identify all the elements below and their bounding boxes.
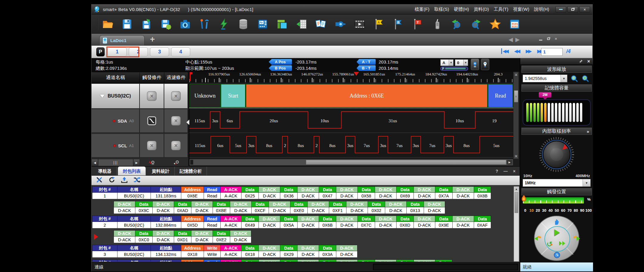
- packet-row[interactable]: 封包 #名稱起始點AddressReadA-ACKDataD-ACKDataD-…: [92, 216, 513, 228]
- sample-rate-select[interactable]: 1MHz▼: [523, 179, 591, 187]
- save-settings-icon[interactable]: [160, 18, 171, 30]
- packet-cell[interactable]: BUS0(I2C): [117, 193, 151, 199]
- packet-cell[interactable]: D-ACK: [258, 222, 280, 228]
- export-data-icon[interactable]: [296, 18, 307, 30]
- decode-block[interactable]: Address : 0X6E: [246, 84, 488, 108]
- menu-item[interactable]: 檔案(F): [413, 6, 431, 13]
- save-icon[interactable]: [121, 18, 133, 30]
- replay-icon[interactable]: ↺: [547, 240, 552, 248]
- packet-cell[interactable]: D-ACK: [424, 207, 445, 214]
- bottom-tab-2[interactable]: 資料統計: [147, 167, 175, 175]
- expand-triangle-icon[interactable]: [100, 95, 105, 98]
- save-as-icon[interactable]: [141, 18, 152, 30]
- scroll-right-button[interactable]: ▶: [507, 160, 512, 165]
- packet-cell[interactable]: D-ACK: [414, 193, 435, 199]
- packet-cell[interactable]: 2: [92, 222, 117, 228]
- close-panel-icon[interactable]: ×: [513, 169, 515, 174]
- bus-channel-row[interactable]: BUS0(I2C): [92, 84, 140, 108]
- packet-cell[interactable]: 0X6B: [319, 222, 336, 228]
- doc-minimize-button[interactable]: [539, 40, 542, 41]
- zoom-in-icon[interactable]: [570, 75, 578, 83]
- packet-cell[interactable]: 134.132ms: [151, 251, 181, 258]
- pin-a-button[interactable]: [471, 59, 479, 70]
- flag-t-icon[interactable]: T: [412, 18, 423, 30]
- fast-forward-icon[interactable]: [558, 241, 566, 246]
- b-pos-badge[interactable]: B Pos: [269, 65, 292, 71]
- cursor-select[interactable]: A▼: [440, 59, 453, 66]
- packet-cell[interactable]: D-ACK: [336, 251, 357, 258]
- packet-row[interactable]: 封包 #名稱起始點AddressWriteA-ACKDataD-ACKDataD…: [92, 245, 513, 258]
- screenshot-icon[interactable]: [179, 18, 191, 30]
- packet-cell[interactable]: D-ACK: [152, 237, 174, 243]
- sda-trigger-cell[interactable]: [140, 109, 164, 133]
- minimize-panel-icon[interactable]: —: [504, 169, 508, 174]
- scroll-left-button[interactable]: ◀: [92, 159, 98, 166]
- packet-cell[interactable]: 0X5A: [280, 222, 297, 228]
- packet-cell[interactable]: 0X02: [368, 207, 385, 214]
- packet-row[interactable]: D-ACKDataD-ACKDataD-ACKDataD-ACKD-ACK0XC…: [114, 230, 513, 243]
- packet-cell[interactable]: 0X69: [396, 193, 414, 199]
- sda-filter-cell[interactable]: ×: [164, 109, 188, 133]
- scl-filter-cell[interactable]: ×: [164, 134, 188, 158]
- packet-table[interactable]: 封包 #名稱起始點AddressReadA-ACKDataD-ACKDataD-…: [92, 186, 513, 262]
- packet-cell[interactable]: 0XC0: [135, 237, 152, 243]
- packet-cell[interactable]: A-ACK: [220, 193, 241, 199]
- help-icon[interactable]: ?: [496, 169, 498, 174]
- decode-block[interactable]: Start: [221, 84, 246, 108]
- delete-packets-icon[interactable]: [96, 176, 103, 185]
- packet-cell[interactable]: D-ACK: [375, 222, 396, 228]
- packet-cell[interactable]: D-ACK: [336, 193, 357, 199]
- bus-filter-cell[interactable]: ×: [164, 84, 188, 108]
- trigger-icon[interactable]: [218, 18, 230, 30]
- packet-cell[interactable]: Read: [204, 193, 220, 199]
- packet-cell[interactable]: Write: [204, 251, 220, 258]
- memory-meter[interactable]: 2M: [523, 92, 591, 127]
- decode-block[interactable]: Unknown: [189, 84, 221, 108]
- packet-cell[interactable]: D-ACK: [452, 222, 474, 228]
- packet-cell[interactable]: D-ACK: [191, 237, 213, 243]
- trigger-monitor-icon[interactable]: [140, 159, 164, 166]
- page-button-3[interactable]: 3: [150, 47, 169, 56]
- packet-cell[interactable]: D-ACK: [114, 237, 135, 243]
- filter-x-icon[interactable]: ×: [171, 116, 181, 126]
- filter-x-icon[interactable]: ×: [171, 141, 181, 150]
- packet-cell[interactable]: 3: [92, 251, 117, 258]
- packet-cell[interactable]: D-ACK: [297, 222, 319, 228]
- a-t-badge[interactable]: A - T: [357, 59, 376, 65]
- bookmark-icon[interactable]: [490, 18, 501, 30]
- menu-item[interactable]: 視窗(W): [511, 6, 531, 13]
- packet-cell[interactable]: 0X6E: [181, 193, 204, 199]
- menu-item[interactable]: 硬體(H): [452, 6, 471, 13]
- menu-item[interactable]: 資料(D): [472, 6, 491, 13]
- step-left-icon[interactable]: [534, 235, 542, 242]
- packet-cell[interactable]: A-ACK: [220, 222, 241, 228]
- packet-cell[interactable]: D-ACK: [269, 207, 290, 214]
- packet-cell[interactable]: D-ACK: [414, 222, 435, 228]
- packet-cell[interactable]: BUS0(I2C): [117, 251, 151, 258]
- page-button-2[interactable]: 2: [129, 47, 148, 56]
- packet-cell[interactable]: 0X9C: [135, 207, 152, 214]
- a-pos-badge[interactable]: A Pos: [269, 59, 292, 65]
- export-packets-icon[interactable]: [121, 176, 128, 185]
- clock-icon[interactable]: [553, 251, 561, 259]
- packet-cell[interactable]: 1: [92, 193, 117, 199]
- menu-item[interactable]: 說明(H): [532, 6, 551, 13]
- pin-b-button[interactable]: [481, 59, 489, 70]
- packet-cell[interactable]: 0X29: [280, 251, 297, 258]
- packet-cell[interactable]: 0X25: [241, 193, 258, 199]
- minimize-button[interactable]: [555, 6, 566, 13]
- packet-cell[interactable]: 0XE0: [290, 207, 307, 214]
- probe-icon[interactable]: [431, 18, 443, 30]
- channel-scrollbar[interactable]: |||: [98, 159, 133, 166]
- file-compare-icon[interactable]: [315, 18, 326, 30]
- packet-cell[interactable]: 0X7C: [357, 222, 375, 228]
- packet-cell[interactable]: 0X8D: [396, 222, 414, 228]
- page-button-4[interactable]: 4: [171, 47, 190, 56]
- packet-cell[interactable]: D-ACK: [297, 193, 319, 199]
- scl-channel-row[interactable]: SCLA1: [92, 134, 140, 158]
- waveform-h-scrollbar[interactable]: ▶: [189, 159, 513, 166]
- zoom-out-icon[interactable]: [581, 75, 589, 83]
- packet-cell[interactable]: 0XE2: [213, 237, 230, 243]
- sample-rate-knob[interactable]: [520, 135, 593, 174]
- v-scroll-thumb[interactable]: ≡: [514, 90, 518, 102]
